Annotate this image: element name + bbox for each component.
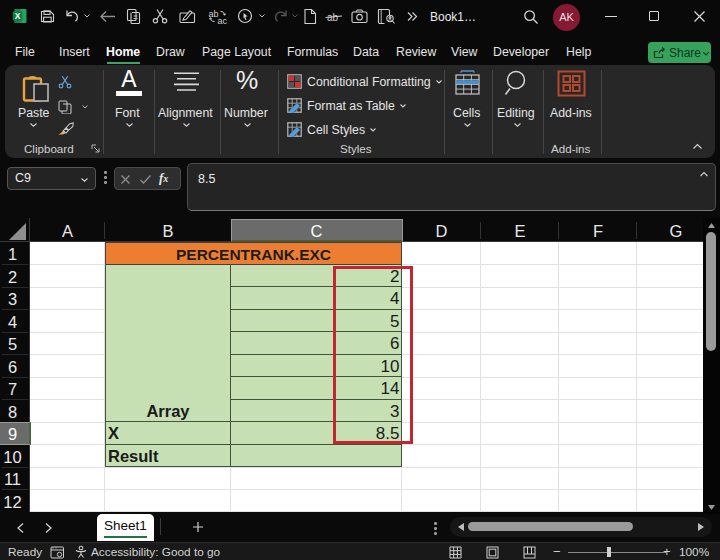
svg-text:X: X <box>15 11 21 21</box>
svg-text:ac: ac <box>218 16 228 25</box>
